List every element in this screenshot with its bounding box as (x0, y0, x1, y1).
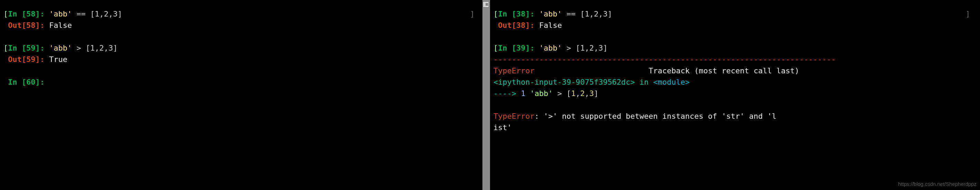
input-line: [In [59]: 'abb' > [1,2,3] (3, 42, 479, 54)
code-string: 'abb' (539, 44, 562, 52)
input-line: [In [58]: 'abb' == [1,2,3] (3, 8, 479, 20)
in-number: 38 (516, 10, 525, 18)
out-number: 59 (26, 55, 35, 64)
input-prompt[interactable]: In [60]: (3, 76, 479, 88)
output-line: Out[58]: False (3, 20, 479, 31)
watermark-text: https://blog.csdn.net/Shepherdppz (898, 180, 977, 188)
code-string: 'abb' (49, 44, 72, 52)
error-message-continued: ist' (493, 122, 977, 133)
code-operator: > (76, 44, 81, 52)
in-number: 39 (516, 44, 525, 52)
terminal-right[interactable]: ] [In [38]: 'abb' == [1,2,3] Out[38]: Fa… (490, 0, 980, 190)
code-list: [1,2,3] (576, 44, 608, 52)
input-line: [In [38]: 'abb' == [1,2,3] (493, 8, 977, 20)
in-number: 58 (26, 10, 35, 18)
code-string: 'abb' (539, 10, 562, 18)
code-string: 'abb' (49, 10, 72, 18)
output-value: False (539, 21, 562, 30)
code-list: [1,2,3] (90, 10, 123, 18)
error-message: TypeError: '>' not supported between ins… (493, 111, 977, 122)
input-line: [In [39]: 'abb' > [1,2,3] (493, 42, 977, 54)
error-header: TypeError Traceback (most recent call la… (493, 65, 977, 76)
out-number: 38 (516, 21, 525, 30)
pane-divider[interactable] (482, 0, 490, 190)
error-divider: ----------------------------------------… (493, 54, 977, 65)
error-code-line: ----> 1 'abb' > [1,2,3] (493, 88, 977, 99)
pane-decoration-bracket: ] (966, 8, 970, 20)
code-operator: == (76, 10, 86, 18)
out-number: 58 (26, 21, 35, 30)
pane-decoration-bracket: ] (470, 8, 474, 20)
terminal-left[interactable]: ] [In [58]: 'abb' == [1,2,3] Out[58]: Fa… (0, 0, 482, 190)
in-number: 59 (26, 44, 35, 52)
output-value: False (49, 21, 72, 30)
code-operator: > (566, 44, 571, 52)
code-list: [1,2,3] (86, 44, 118, 52)
output-line: Out[38]: False (493, 20, 977, 31)
in-number: 60 (26, 78, 35, 86)
output-value: True (49, 55, 67, 64)
error-source: <ipython-input-39-9075f39562dc> in <modu… (493, 76, 977, 88)
output-line: Out[59]: True (3, 54, 479, 65)
code-list: [1,2,3] (580, 10, 612, 18)
code-operator: == (566, 10, 576, 18)
